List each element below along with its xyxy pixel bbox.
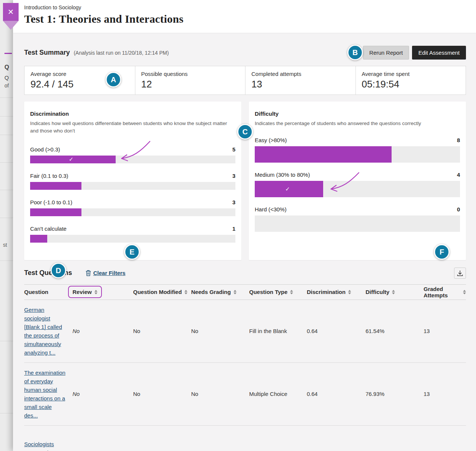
sort-icon[interactable] (94, 290, 97, 294)
background-text-fragment: st (3, 242, 7, 248)
bar-label: Fair (0.1 to 0.3) (30, 173, 68, 179)
bar-count: 3 (232, 173, 235, 179)
panel-header: Introduction to Sociology Test 1: Theori… (13, 0, 476, 33)
page-title: Test 1: Theories and Interactions (24, 13, 466, 25)
table-row: The examination of everyday human social… (24, 363, 466, 426)
difficulty-description: Indicates the percentage of students who… (255, 120, 457, 127)
annotation-c: C (237, 124, 253, 140)
bar-cant-calculate: Can't calculate 1 (30, 226, 235, 243)
background-row-divider (0, 135, 13, 135)
background-row-divider (0, 162, 13, 163)
question-modified-cell: No (133, 391, 191, 397)
question-cell: The examination of everyday human social… (24, 368, 73, 420)
check-icon: ✓ (285, 186, 290, 192)
column-header-question-modified[interactable]: Question Modified (133, 289, 191, 295)
bar-easy: Easy (>80%) 8 (255, 137, 460, 163)
background-row-divider (0, 116, 13, 116)
column-header-review[interactable]: Review (73, 286, 133, 298)
rerun-report-button[interactable]: Rerun Report (363, 46, 409, 60)
edit-assessment-button[interactable]: Edit Assessment (412, 46, 466, 60)
close-icon: ✕ (8, 7, 14, 16)
column-header-difficulty[interactable]: Difficulty (366, 289, 424, 295)
bar-track (255, 215, 460, 232)
test-summary-heading: Test Summary (24, 49, 70, 56)
column-header-question[interactable]: Question (24, 289, 73, 295)
bar-medium: Medium (30% to 80%) 4 ✓ (255, 172, 460, 197)
background-row-divider (0, 218, 13, 218)
summary-actions: Rerun Report Edit Assessment (363, 46, 466, 60)
clear-filters-label: Clear Filters (93, 270, 126, 276)
difficulty-bars: Easy (>80%) 8 Medium (30% to 80%) 4 (255, 137, 460, 232)
background-accent (4, 53, 12, 54)
bar-fill: ✓ (30, 156, 116, 163)
bar-label: Hard (<30%) (255, 206, 286, 212)
background-row-divider (0, 341, 13, 341)
background-page: Q Q of st (0, 0, 13, 451)
discrimination-panel: Discrimination Indicates how well questi… (24, 102, 241, 260)
clear-filters-link[interactable]: Clear Filters (86, 270, 126, 276)
download-icon (457, 270, 463, 276)
background-row-divider (0, 260, 13, 261)
sort-icon[interactable] (184, 290, 187, 294)
annotation-d: D (51, 263, 66, 278)
difficulty-panel: Difficulty Indicates the percentage of s… (249, 102, 466, 260)
stat-label: Average time spent (362, 71, 460, 77)
review-cell: No (73, 328, 133, 334)
bar-track (30, 182, 235, 190)
bar-label: Can't calculate (30, 226, 67, 232)
discrimination-cell: 0.64 (307, 328, 366, 334)
sort-icon[interactable] (392, 290, 395, 294)
stat-value: 12 (141, 79, 239, 90)
stat-value: 05:19:54 (362, 79, 460, 90)
column-header-graded-attempts[interactable]: Graded Attempts (424, 286, 466, 298)
question-type-cell: Multiple Choice (249, 391, 307, 397)
analysis-last-run-note: (Analysis last run on 11/20/18, 12:14 PM… (74, 50, 169, 56)
column-header-needs-grading[interactable]: Needs Grading (191, 289, 249, 295)
stat-possible-questions: Possible questions 12 (135, 66, 245, 95)
assessment-overlay: Introduction to Sociology Test 1: Theori… (13, 0, 476, 451)
bar-fill: ✓ (255, 181, 323, 197)
bar-track (30, 235, 235, 243)
bar-good: Good (>0.3) 5 ✓ (30, 146, 235, 163)
background-row-divider (0, 190, 13, 190)
sort-icon[interactable] (234, 290, 237, 294)
bar-count: 5 (232, 146, 235, 153)
bar-count: 3 (232, 199, 235, 205)
bar-label: Good (>0.3) (30, 146, 60, 153)
graded-attempts-cell: 13 (424, 328, 466, 334)
stat-label: Possible questions (141, 71, 239, 77)
test-summary-header: Test Summary (Analysis last run on 11/20… (24, 46, 466, 60)
bar-track (255, 146, 460, 163)
download-button[interactable] (454, 268, 466, 279)
discrimination-bars: Good (>0.3) 5 ✓ Fair (0.1 to 0 (30, 146, 235, 243)
sort-icon[interactable] (463, 290, 466, 294)
bar-fill (30, 235, 47, 243)
sort-icon[interactable] (290, 290, 293, 294)
bar-fill (30, 208, 81, 216)
test-summary-heading-group: Test Summary (Analysis last run on 11/20… (24, 49, 169, 57)
review-highlight-box: Review (68, 286, 102, 298)
test-questions-header: Test Questions Clear Filters (24, 266, 466, 281)
bar-track: ✓ (30, 156, 235, 163)
screen: Q Q of st Introduction to Sociology Test… (0, 0, 476, 451)
question-link[interactable]: German sociologist [Blank 1] called the … (24, 307, 62, 356)
question-modified-cell: No (133, 328, 191, 334)
discrimination-title: Discrimination (30, 111, 235, 117)
annotation-f: F (434, 244, 450, 260)
bar-count: 1 (232, 226, 235, 232)
panel-content: Test Summary (Analysis last run on 11/20… (13, 46, 476, 451)
check-icon: ✓ (69, 156, 74, 163)
sort-icon[interactable] (348, 290, 351, 294)
column-header-discrimination[interactable]: Discrimination (307, 289, 366, 295)
graded-attempts-cell: 13 (424, 391, 466, 397)
annotation-e: E (124, 244, 140, 260)
question-link[interactable]: The examination of everyday human social… (24, 370, 65, 419)
question-link[interactable]: Sociologists may conduct cross-cultural … (24, 441, 57, 451)
bar-count: 8 (457, 137, 460, 143)
discrimination-description: Indicates how well questions differentia… (30, 120, 233, 135)
close-button[interactable]: ✕ (3, 3, 19, 21)
column-header-question-type[interactable]: Question Type (249, 289, 307, 295)
bar-count: 4 (457, 172, 460, 178)
bar-count: 0 (457, 206, 460, 212)
review-cell: No (73, 391, 133, 397)
